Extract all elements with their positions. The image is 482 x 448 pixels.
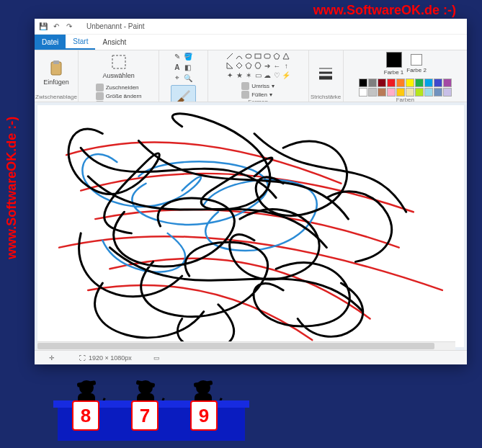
brushes-button[interactable]: Pinsel (171, 85, 196, 102)
disk-icon: ▭ (153, 354, 160, 362)
color-swatch-12[interactable] (378, 88, 386, 97)
color-swatch-16[interactable] (415, 88, 424, 97)
tab-start[interactable]: Start (66, 35, 95, 50)
outline-button[interactable]: Umriss▾ (241, 82, 275, 90)
color-2[interactable]: Farbe 2 (406, 54, 427, 73)
doc-title: Unbenannt - Paint (86, 22, 145, 30)
shape-star6[interactable]: ✶ (244, 71, 253, 79)
status-position: ✛ (49, 354, 58, 362)
group-shapes: ➔ ← ↑ ✦ ★ ✶ ▭ ☁ ♡ ⚡ Umriss▾ Füllen▾ Form… (208, 50, 309, 102)
canvas-size-icon: ⛶ (79, 354, 86, 362)
color-swatch-6[interactable] (415, 79, 424, 87)
status-size: ⛶1920 × 1080px (79, 354, 132, 362)
fill-button[interactable]: Füllen▾ (241, 91, 275, 99)
svg-line-3 (227, 53, 233, 59)
svg-marker-10 (236, 63, 242, 68)
status-filesize: ▭ (153, 354, 163, 362)
shape-arrowl[interactable]: ← (272, 61, 281, 70)
shape-curve[interactable] (235, 52, 244, 61)
canvas[interactable] (37, 105, 464, 347)
group-tools: ✎ 🪣 A ◧ ⌖ 🔍 Pinsel Tools (159, 50, 207, 102)
svg-rect-2 (112, 55, 125, 68)
paste-button[interactable]: Einfügen (40, 58, 72, 87)
shape-tri[interactable] (282, 52, 290, 61)
shape-poly[interactable] (272, 52, 281, 61)
color-swatch-18[interactable] (434, 88, 442, 97)
fill-tool[interactable]: 🪣 (184, 52, 192, 61)
color-swatch-17[interactable] (424, 88, 433, 97)
save-icon[interactable]: 💾 (39, 22, 48, 31)
svg-rect-1 (53, 61, 59, 64)
resize-button[interactable]: Größe ändern (96, 92, 142, 100)
shape-arrowr[interactable]: ➔ (263, 61, 272, 70)
select-button[interactable]: Auswählen (100, 52, 138, 81)
color-swatch-7[interactable] (424, 79, 433, 87)
color-swatch-8[interactable] (434, 79, 442, 87)
shape-bolt[interactable]: ⚡ (282, 71, 290, 79)
shape-star5[interactable]: ★ (235, 71, 244, 79)
color-swatch-5[interactable] (406, 79, 414, 87)
clipboard-icon (48, 60, 65, 77)
pencil-tool[interactable]: ✎ (173, 52, 182, 61)
score-card-1: 8 (72, 400, 99, 431)
shape-line[interactable] (226, 52, 234, 61)
svg-marker-9 (227, 63, 233, 68)
color-swatch-13[interactable] (387, 88, 396, 97)
group-image: Auswählen Zuschneiden Größe ändern Drehe… (79, 50, 159, 102)
color-swatch-19[interactable] (443, 88, 452, 97)
shapes-gallery[interactable]: ➔ ← ↑ ✦ ★ ✶ ▭ ☁ ♡ ⚡ (226, 52, 290, 79)
group-label-stroke: Strichstärke (311, 94, 341, 100)
shape-oval[interactable] (244, 52, 253, 61)
shape-callout[interactable]: ▭ (254, 71, 262, 79)
color-swatch-1[interactable] (368, 79, 377, 87)
shape-rtri[interactable] (226, 61, 234, 70)
picker-tool[interactable]: ⌖ (173, 73, 182, 82)
text-tool[interactable]: A (173, 63, 182, 71)
shape-star4[interactable]: ✦ (226, 71, 234, 79)
score-card-3: 9 (190, 400, 218, 431)
color-swatch-11[interactable] (368, 88, 377, 97)
color-swatch-9[interactable] (443, 79, 452, 87)
judges-illustration: 8 7 9 (58, 362, 245, 441)
shape-hex[interactable] (254, 61, 262, 70)
crop-button[interactable]: Zuschneiden (96, 84, 142, 91)
svg-rect-5 (255, 54, 261, 58)
titlebar: 💾 ↶ ↷ Unbenannt - Paint (35, 19, 467, 35)
watermark-left: www.SoftwareOK.de :-) (4, 117, 19, 259)
stroke-width-button[interactable] (314, 63, 337, 83)
shape-diamond[interactable] (235, 61, 244, 70)
shape-arrowu[interactable]: ↑ (282, 61, 290, 70)
color-swatch-4[interactable] (396, 79, 405, 87)
color-1[interactable]: Farbe 1 (384, 52, 404, 76)
undo-icon[interactable]: ↶ (52, 22, 61, 31)
cursor-pos-icon: ✛ (49, 354, 55, 362)
horizontal-scrollbar[interactable] (37, 341, 455, 350)
paint-window: 💾 ↶ ↷ Unbenannt - Paint Datei Start Ansi… (35, 19, 467, 364)
color-swatch-10[interactable] (359, 88, 367, 97)
color-swatch-14[interactable] (396, 88, 405, 97)
canvas-area (35, 102, 467, 350)
shape-rect[interactable] (254, 52, 262, 61)
outline-icon (241, 82, 249, 90)
svg-point-4 (246, 54, 251, 58)
color-swatch-2[interactable] (378, 79, 386, 87)
color-swatch-3[interactable] (387, 79, 396, 87)
shape-rrect[interactable] (263, 52, 272, 61)
svg-marker-7 (274, 53, 280, 59)
redo-icon[interactable]: ↷ (65, 22, 73, 31)
group-label-clipboard: Zwischenablage (35, 94, 77, 100)
color-swatch-15[interactable] (406, 88, 414, 97)
color-swatch-0[interactable] (359, 79, 367, 87)
shape-cloud[interactable]: ☁ (263, 71, 272, 79)
zoom-tool[interactable]: 🔍 (184, 73, 192, 82)
group-label-colors: Farben (396, 97, 414, 102)
tab-file[interactable]: Datei (35, 35, 66, 50)
shape-pent[interactable] (244, 61, 253, 70)
eraser-tool[interactable]: ◧ (184, 63, 192, 71)
resize-icon (96, 92, 104, 100)
shape-heart[interactable]: ♡ (272, 71, 281, 79)
score-card-2: 7 (131, 400, 159, 431)
group-clipboard: Einfügen Zwischenablage (35, 50, 79, 102)
svg-marker-12 (255, 63, 261, 68)
tab-view[interactable]: Ansicht (95, 35, 133, 50)
